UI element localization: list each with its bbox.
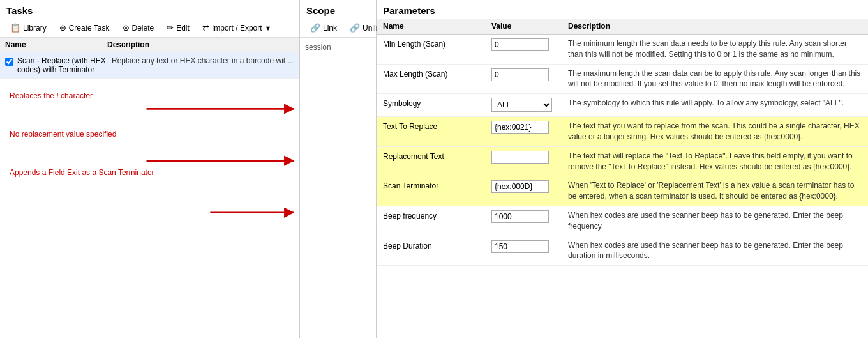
param-desc-symbology: The symbology to which this rule will ap…: [568, 98, 862, 109]
scope-title: Scope: [300, 0, 376, 19]
text-to-replace-input[interactable]: [491, 121, 549, 134]
param-col-desc: Description: [568, 22, 862, 31]
params-content: Min Length (Scan) The minimum length the…: [377, 35, 868, 338]
param-col-name: Name: [383, 22, 491, 31]
annotation-2: No replacement value specified: [10, 130, 116, 139]
link-icon: 🔗: [310, 23, 320, 33]
param-name-replacement-text: Replacement Text: [383, 151, 491, 161]
param-row-symbology: Symbology ALL The symbology to which thi…: [377, 94, 868, 117]
create-task-button[interactable]: ⊕ Create Task: [54, 21, 115, 35]
param-value-symbology[interactable]: ALL: [491, 98, 568, 112]
param-desc-min-length: The minimum length the scan data needs t…: [568, 38, 862, 60]
param-name-text-to-replace: Text To Replace: [383, 121, 491, 131]
param-desc-text-to-replace: The text that you want to replace from t…: [568, 121, 862, 142]
param-value-replacement-text[interactable]: [491, 151, 568, 164]
import-export-icon: ⇄: [202, 23, 209, 33]
param-row-max-length: Max Length (Scan) The maximum length the…: [377, 65, 868, 95]
parameters-title: Parameters: [377, 0, 868, 19]
param-row-beep-duration: Beep Duration When hex codes are used th…: [377, 236, 868, 266]
edit-button[interactable]: ✏ Edit: [161, 21, 195, 35]
beep-duration-input[interactable]: [491, 240, 549, 253]
tasks-table-header: Name Description: [0, 38, 299, 52]
param-value-min-length[interactable]: [491, 38, 568, 51]
scope-toolbar: 🔗 Link 🔗 Unlink: [300, 19, 376, 38]
library-icon: 📋: [10, 23, 20, 33]
tasks-toolbar: 📋 Library ⊕ Create Task ⊗ Delete ✏ Edit …: [0, 19, 299, 38]
annotation-1: Replaces the ! character: [10, 91, 93, 100]
min-length-input[interactable]: [491, 38, 549, 51]
link-button[interactable]: 🔗 Link: [305, 21, 342, 35]
scan-terminator-input[interactable]: [491, 180, 549, 193]
param-value-max-length[interactable]: [491, 68, 568, 81]
scope-content: session: [300, 38, 376, 57]
param-row-min-length: Min Length (Scan) The minimum length the…: [377, 35, 868, 65]
param-name-beep-duration: Beep Duration: [383, 240, 491, 250]
task-checkbox[interactable]: [5, 58, 13, 66]
param-name-beep-frequency: Beep frequency: [383, 210, 491, 220]
param-desc-beep-frequency: When hex codes are used the scanner beep…: [568, 210, 862, 232]
param-value-text-to-replace[interactable]: [491, 121, 568, 134]
param-value-beep-frequency[interactable]: [491, 210, 568, 223]
max-length-input[interactable]: [491, 68, 549, 81]
delete-icon: ⊗: [123, 23, 130, 33]
task-description: Replace any text or HEX character in a b…: [112, 56, 294, 65]
param-desc-replacement-text: The text that will replace the "Text To …: [568, 151, 862, 173]
param-name-max-length: Max Length (Scan): [383, 68, 491, 79]
param-desc-beep-duration: When hex codes are used the scanner beep…: [568, 240, 862, 262]
import-export-button[interactable]: ⇄ Import / Export ▼: [197, 21, 277, 35]
library-button[interactable]: 📋 Library: [5, 21, 52, 35]
param-name-scan-terminator: Scan Terminator: [383, 180, 491, 190]
param-row-scan-terminator: Scan Terminator When 'Text to Replace' o…: [377, 176, 868, 206]
param-name-min-length: Min Length (Scan): [383, 38, 491, 49]
dropdown-arrow-icon: ▼: [265, 24, 272, 32]
replacement-text-input[interactable]: [491, 151, 549, 164]
arrows-svg: [0, 79, 299, 338]
symbology-select[interactable]: ALL: [491, 98, 552, 112]
scope-item-session: session: [305, 42, 371, 53]
beep-frequency-input[interactable]: [491, 210, 549, 223]
param-name-symbology: Symbology: [383, 98, 491, 108]
delete-button[interactable]: ⊗ Delete: [117, 21, 160, 35]
params-table-header: Name Value Description: [377, 19, 868, 35]
plus-circle-icon: ⊕: [59, 23, 66, 33]
task-row[interactable]: Scan - Replace (with HEX codes)-with Ter…: [0, 52, 299, 79]
param-row-text-to-replace: Text To Replace The text that you want t…: [377, 117, 868, 147]
annotation-3: Appends a Field Exit as a Scan Terminato…: [10, 168, 154, 177]
param-value-scan-terminator[interactable]: [491, 180, 568, 193]
unlink-icon: 🔗: [350, 23, 360, 33]
param-desc-max-length: The maximum length the scan data can be …: [568, 68, 862, 90]
param-row-replacement-text: Replacement Text The text that will repl…: [377, 147, 868, 177]
param-value-beep-duration[interactable]: [491, 240, 568, 253]
param-col-value: Value: [491, 22, 568, 31]
annotations-area: Replaces the ! character No replacement …: [0, 79, 299, 338]
edit-icon: ✏: [167, 23, 174, 33]
param-row-beep-frequency: Beep frequency When hex codes are used t…: [377, 206, 868, 236]
tasks-col-name: Name: [5, 40, 107, 49]
tasks-title: Tasks: [0, 0, 299, 19]
task-name: Scan - Replace (with HEX codes)-with Ter…: [17, 56, 112, 74]
tasks-col-desc: Description: [107, 40, 294, 49]
param-desc-scan-terminator: When 'Text to Replace' or 'Replacement T…: [568, 180, 862, 202]
